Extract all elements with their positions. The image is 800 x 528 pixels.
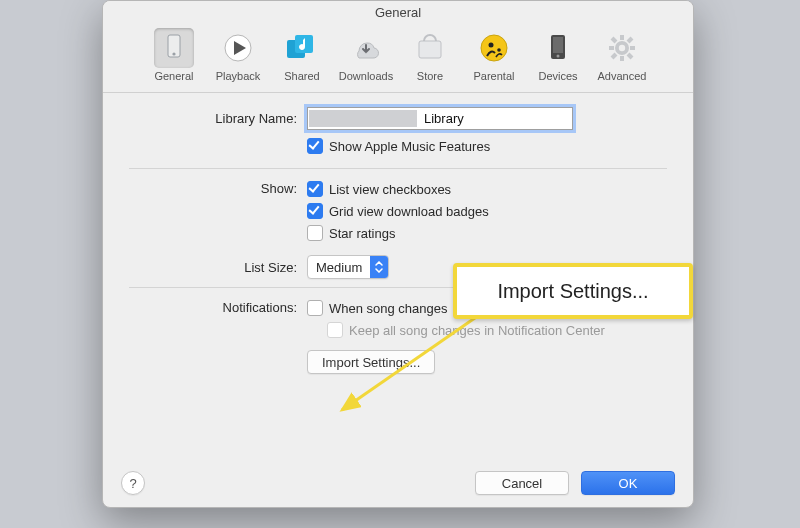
- checkbox-label: Keep all song changes in Notification Ce…: [349, 323, 605, 338]
- svg-point-12: [557, 55, 560, 58]
- checkbox-icon: [307, 138, 323, 154]
- show-apple-music-checkbox[interactable]: Show Apple Music Features: [307, 138, 490, 154]
- checkbox-label: Show Apple Music Features: [329, 139, 490, 154]
- list-view-checkboxes-checkbox[interactable]: List view checkboxes: [307, 181, 451, 197]
- select-value: Medium: [308, 260, 370, 275]
- preferences-window: General General Playback Shared: [102, 0, 694, 508]
- general-icon: [154, 28, 194, 68]
- advanced-icon: [602, 28, 642, 68]
- chevron-updown-icon: [370, 256, 388, 278]
- library-name-label: Library Name:: [129, 111, 307, 126]
- svg-line-18: [612, 38, 616, 42]
- toolbar-label: Devices: [529, 70, 587, 82]
- button-label: Cancel: [502, 476, 542, 491]
- svg-point-7: [481, 35, 507, 61]
- help-button[interactable]: ?: [121, 471, 145, 495]
- ok-button[interactable]: OK: [581, 471, 675, 495]
- toolbar-label: General: [145, 70, 203, 82]
- checkbox-label: When song changes: [329, 301, 448, 316]
- checkbox-icon: [327, 322, 343, 338]
- checkbox-label: List view checkboxes: [329, 182, 451, 197]
- button-label: Import Settings...: [322, 355, 420, 370]
- svg-line-20: [628, 38, 632, 42]
- keep-in-nc-checkbox: Keep all song changes in Notification Ce…: [327, 322, 605, 338]
- toolbar-label: Playback: [209, 70, 267, 82]
- window-title: General: [103, 1, 693, 24]
- button-label: OK: [619, 476, 638, 491]
- list-size-select[interactable]: Medium: [307, 255, 389, 279]
- checkbox-label: Star ratings: [329, 226, 395, 241]
- star-ratings-checkbox[interactable]: Star ratings: [307, 225, 395, 241]
- cancel-button[interactable]: Cancel: [475, 471, 569, 495]
- checkbox-icon: [307, 203, 323, 219]
- svg-point-1: [172, 52, 175, 55]
- parental-icon: [474, 28, 514, 68]
- import-settings-button[interactable]: Import Settings...: [307, 350, 435, 374]
- when-song-changes-checkbox[interactable]: When song changes: [307, 300, 448, 316]
- dialog-footer: ? Cancel OK: [103, 459, 693, 507]
- toolbar-tab-playback[interactable]: Playback: [209, 28, 267, 82]
- preferences-toolbar: General Playback Shared Downloads: [103, 24, 693, 93]
- checkbox-icon: [307, 181, 323, 197]
- show-label: Show:: [129, 181, 307, 196]
- toolbar-tab-store[interactable]: Store: [401, 28, 459, 82]
- toolbar-label: Parental: [465, 70, 523, 82]
- list-size-label: List Size:: [129, 260, 307, 275]
- toolbar-label: Advanced: [593, 70, 651, 82]
- svg-point-8: [489, 43, 494, 48]
- svg-point-9: [497, 48, 501, 52]
- svg-rect-11: [553, 37, 563, 53]
- toolbar-tab-advanced[interactable]: Advanced: [593, 28, 651, 82]
- notifications-label: Notifications:: [129, 300, 307, 315]
- library-name-input[interactable]: [307, 107, 573, 130]
- toolbar-tab-downloads[interactable]: Downloads: [337, 28, 395, 82]
- toolbar-label: Downloads: [337, 70, 395, 82]
- help-icon: ?: [129, 476, 136, 491]
- playback-icon: [218, 28, 258, 68]
- svg-point-22: [619, 45, 625, 51]
- toolbar-label: Shared: [273, 70, 331, 82]
- checkbox-icon: [307, 225, 323, 241]
- devices-icon: [538, 28, 578, 68]
- toolbar-tab-parental[interactable]: Parental: [465, 28, 523, 82]
- toolbar-tab-devices[interactable]: Devices: [529, 28, 587, 82]
- svg-line-21: [612, 54, 616, 58]
- store-icon: [410, 28, 450, 68]
- svg-line-19: [628, 54, 632, 58]
- callout-text: Import Settings...: [497, 280, 648, 303]
- toolbar-label: Store: [401, 70, 459, 82]
- shared-icon: [282, 28, 322, 68]
- grid-view-badges-checkbox[interactable]: Grid view download badges: [307, 203, 489, 219]
- downloads-icon: [346, 28, 386, 68]
- divider: [129, 168, 667, 169]
- toolbar-tab-shared[interactable]: Shared: [273, 28, 331, 82]
- toolbar-tab-general[interactable]: General: [145, 28, 203, 82]
- callout-tooltip: Import Settings...: [453, 263, 693, 319]
- checkbox-label: Grid view download badges: [329, 204, 489, 219]
- checkbox-icon: [307, 300, 323, 316]
- svg-rect-6: [419, 41, 441, 58]
